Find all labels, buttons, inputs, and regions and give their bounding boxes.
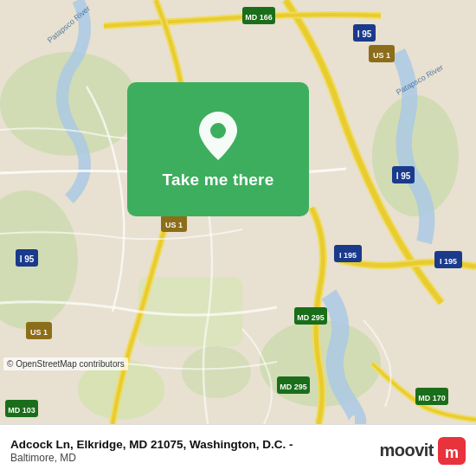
svg-text:US 1: US 1 — [165, 221, 183, 229]
svg-text:I 95: I 95 — [357, 29, 372, 39]
info-bar: Adcock Ln, Elkridge, MD 21075, Washingto… — [0, 424, 476, 476]
svg-text:MD 170: MD 170 — [418, 394, 446, 402]
address-block: Adcock Ln, Elkridge, MD 21075, Washingto… — [10, 438, 379, 464]
svg-text:US 1: US 1 — [373, 51, 390, 60]
address-line2: Baltimore, MD — [10, 452, 379, 464]
moovit-text: moovit — [379, 441, 434, 460]
svg-text:I 195: I 195 — [440, 257, 457, 266]
svg-point-6 — [182, 346, 251, 398]
svg-point-36 — [210, 123, 226, 138]
svg-text:I 195: I 195 — [339, 251, 357, 260]
take-me-there-card[interactable]: Take me there — [127, 82, 309, 216]
svg-text:MD 295: MD 295 — [297, 313, 325, 322]
svg-text:I 95: I 95 — [396, 171, 411, 181]
svg-text:MD 103: MD 103 — [8, 406, 35, 415]
svg-text:I 95: I 95 — [20, 254, 35, 264]
take-me-there-label: Take me there — [163, 170, 274, 190]
address-line1: Adcock Ln, Elkridge, MD 21075, Washingto… — [10, 438, 379, 451]
svg-text:US 1: US 1 — [30, 328, 48, 337]
svg-text:m: m — [445, 444, 459, 461]
svg-text:MD 166: MD 166 — [245, 13, 273, 22]
osm-credit: © OpenStreetMap contributors — [3, 357, 128, 370]
svg-rect-5 — [138, 277, 242, 346]
svg-text:MD 295: MD 295 — [280, 383, 307, 391]
moovit-logo[interactable]: moovit m — [379, 437, 466, 465]
location-pin-icon — [196, 110, 241, 162]
map-container: I 95 I 95 I 195 I 195 MD 295 MD 295 MD 1… — [0, 0, 476, 424]
moovit-logo-icon: m — [438, 437, 466, 465]
